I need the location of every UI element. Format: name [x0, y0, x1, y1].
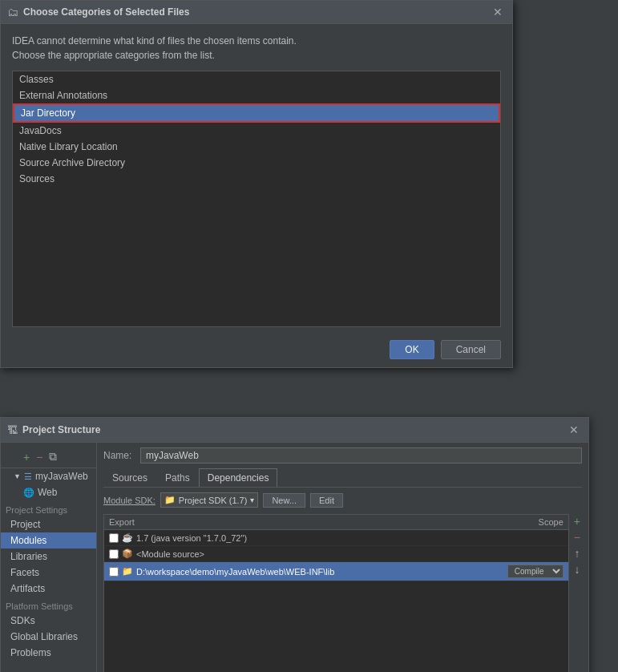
remove-dep-button[interactable]: − [572, 530, 582, 544]
category-item-sources[interactable]: Sources [13, 171, 500, 187]
choose-categories-dialog: 🗂 Choose Categories of Selected Files ✕ … [0, 0, 513, 368]
deps-right-toolbar: + − ↑ ↓ [569, 514, 582, 672]
triangle-expand-icon: ▼ [14, 472, 21, 480]
add-module-button[interactable]: + [22, 450, 31, 464]
dialog-title-icon: 🗂 [7, 6, 18, 18]
tab-dependencies[interactable]: Dependencies [199, 468, 278, 487]
tree-child-label: Web [38, 487, 57, 498]
dep-webinf-icon: 📁 [122, 566, 133, 577]
sidebar-item-sdks[interactable]: SDKs [1, 613, 96, 629]
module-icon: ☰ [24, 472, 32, 482]
dialog-body: IDEA cannot determine what kind of files… [1, 24, 512, 334]
project-settings-label: Project Settings [1, 500, 96, 516]
copy-module-button[interactable]: ⧉ [47, 449, 59, 464]
deps-table: Export Scope ☕ 1.7 (java version "1.7.0_… [103, 514, 569, 672]
ps-titlebar: 🏗 Project Structure ✕ [1, 418, 588, 443]
tree-item-myjavaweb[interactable]: ▼ ☰ myJavaWeb [1, 468, 96, 484]
dep-module-name: <Module source> [136, 549, 563, 559]
dep-jdk-checkbox[interactable] [109, 533, 119, 543]
dialog-titlebar: 🗂 Choose Categories of Selected Files ✕ [1, 1, 512, 24]
sdk-dropdown-arrow: ▾ [250, 496, 254, 504]
sdk-folder-icon: 📁 [164, 495, 176, 505]
category-item-jar-directory[interactable]: Jar Directory [13, 103, 500, 123]
category-list: Classes External Annotations Jar Directo… [12, 71, 501, 327]
tree-item-web[interactable]: 🌐 Web [1, 484, 96, 500]
module-name-row: Name: [103, 447, 582, 464]
dialog-footer: OK Cancel [1, 334, 512, 367]
deps-header: Export Scope [104, 515, 568, 530]
ps-title-icon: 🏗 [7, 424, 18, 436]
sdk-new-button[interactable]: New... [263, 493, 305, 508]
dep-module-icon: 📦 [122, 549, 133, 559]
cancel-button[interactable]: Cancel [441, 340, 501, 359]
web-folder-icon: 🌐 [23, 488, 34, 498]
sdk-edit-button[interactable]: Edit [310, 493, 343, 508]
ok-button[interactable]: OK [390, 340, 434, 359]
dep-jdk-icon: ☕ [122, 532, 133, 543]
add-dep-button[interactable]: + [572, 514, 582, 528]
ps-sidebar: + − ⧉ ▼ ☰ myJavaWeb 🌐 Web Project Settin… [1, 443, 97, 672]
dep-webinf-checkbox[interactable] [109, 567, 119, 577]
ps-tree-toolbar: + − ⧉ [1, 446, 96, 468]
dep-row-webinf[interactable]: 📁 D:\workspace\demo\myJavaWeb\web\WEB-IN… [104, 562, 568, 581]
category-item-external-annotations[interactable]: External Annotations [13, 87, 500, 103]
category-item-source-archive[interactable]: Source Archive Directory [13, 155, 500, 171]
dep-row-jdk[interactable]: ☕ 1.7 (java version "1.7.0_72") [104, 530, 568, 546]
sdk-value: Project SDK (1.7) [179, 496, 248, 505]
ps-title-text: Project Structure [22, 424, 100, 435]
dep-row-module-source[interactable]: 📦 <Module source> [104, 546, 568, 562]
scope-header: Scope [499, 517, 563, 527]
sdk-row: Module SDK: 📁 Project SDK (1.7) ▾ New...… [103, 492, 582, 508]
sdk-label-underline: Module SDK: [103, 496, 156, 505]
dialog-titlebar-left: 🗂 Choose Categories of Selected Files [7, 6, 189, 18]
dep-jdk-name: 1.7 (java version "1.7.0_72") [136, 533, 563, 543]
tree-item-label: myJavaWeb [35, 471, 88, 482]
dialog-close-button[interactable]: ✕ [490, 5, 506, 19]
category-item-classes[interactable]: Classes [13, 71, 500, 87]
sidebar-item-libraries[interactable]: Libraries [1, 549, 96, 565]
export-header: Export [109, 517, 499, 527]
category-item-native-library[interactable]: Native Library Location [13, 139, 500, 155]
dep-module-checkbox[interactable] [109, 549, 119, 559]
dep-webinf-name: D:\workspace\demo\myJavaWeb\web\WEB-INF\… [136, 567, 496, 577]
sidebar-item-modules[interactable]: Modules [1, 532, 96, 549]
tab-paths[interactable]: Paths [156, 468, 199, 487]
move-down-button[interactable]: ↓ [572, 562, 582, 577]
remove-module-button[interactable]: − [34, 450, 44, 464]
module-tabs: Sources Paths Dependencies [103, 468, 582, 488]
dialog-description: IDEA cannot determine what kind of files… [12, 34, 501, 63]
move-up-button[interactable]: ↑ [572, 546, 582, 561]
sidebar-item-global-libraries[interactable]: Global Libraries [1, 629, 96, 645]
dependencies-area: Export Scope ☕ 1.7 (java version "1.7.0_… [103, 514, 582, 672]
category-item-javadocs[interactable]: JavaDocs [13, 123, 500, 139]
dialog-title-text: Choose Categories of Selected Files [23, 6, 189, 18]
sidebar-item-project[interactable]: Project [1, 516, 96, 532]
ps-right-panel: Name: Sources Paths Dependencies Module … [97, 443, 588, 672]
sidebar-item-problems[interactable]: Problems [1, 645, 96, 661]
sidebar-item-facets[interactable]: Facets [1, 565, 96, 581]
project-structure-window: 🏗 Project Structure ✕ + − ⧉ ▼ ☰ myJavaWe… [0, 417, 589, 672]
sidebar-item-artifacts[interactable]: Artifacts [1, 581, 96, 597]
sdk-label: Module SDK: [103, 496, 156, 505]
ps-content: + − ⧉ ▼ ☰ myJavaWeb 🌐 Web Project Settin… [1, 443, 588, 672]
sdk-dropdown[interactable]: 📁 Project SDK (1.7) ▾ [160, 492, 259, 508]
name-input[interactable] [140, 447, 582, 464]
dep-webinf-scope-select[interactable]: Compile Test Runtime Provided [507, 565, 563, 578]
name-label: Name: [103, 450, 134, 461]
ps-close-button[interactable]: ✕ [566, 422, 582, 438]
dep-webinf-scope: Compile Test Runtime Provided [499, 565, 563, 578]
tab-sources[interactable]: Sources [103, 468, 156, 487]
platform-settings-label: Platform Settings [1, 597, 96, 613]
